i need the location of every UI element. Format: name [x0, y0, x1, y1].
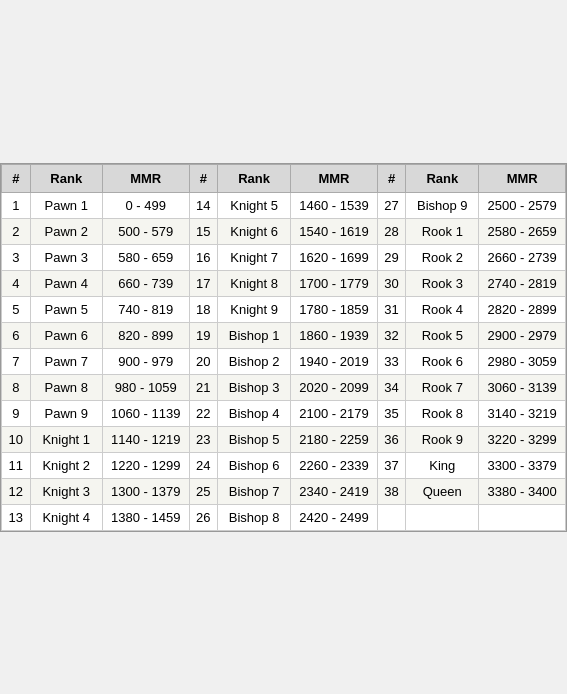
cell-mmr-col1: 740 - 819	[102, 296, 189, 322]
cell-mmr-col1: 1220 - 1299	[102, 452, 189, 478]
cell-mmr-col3: 2740 - 2819	[479, 270, 566, 296]
cell-mmr-col2: 1780 - 1859	[291, 296, 378, 322]
cell-rank-col2: Knight 6	[218, 218, 291, 244]
cell-mmr-col3: 3220 - 3299	[479, 426, 566, 452]
cell-rank-col2: Bishop 6	[218, 452, 291, 478]
cell-rank-col1: Pawn 4	[30, 270, 102, 296]
cell-num-col1: 8	[2, 374, 31, 400]
cell-mmr-col2: 2420 - 2499	[291, 504, 378, 530]
cell-rank-col3: Rook 1	[406, 218, 479, 244]
cell-num-col3: 30	[377, 270, 406, 296]
table-row: 2Pawn 2500 - 57915Knight 61540 - 161928R…	[2, 218, 566, 244]
rank-table: # Rank MMR # Rank MMR # Rank MMR 1Pawn 1…	[1, 164, 566, 531]
cell-num-col3: 28	[377, 218, 406, 244]
table-row: 1Pawn 10 - 49914Knight 51460 - 153927Bis…	[2, 192, 566, 218]
cell-mmr-col1: 1380 - 1459	[102, 504, 189, 530]
cell-num-col1: 4	[2, 270, 31, 296]
header-col2-num: #	[189, 164, 218, 192]
cell-num-col1: 11	[2, 452, 31, 478]
header-row: # Rank MMR # Rank MMR # Rank MMR	[2, 164, 566, 192]
cell-mmr-col3: 3380 - 3400	[479, 478, 566, 504]
table-row: 11Knight 21220 - 129924Bishop 62260 - 23…	[2, 452, 566, 478]
cell-num-col3: 31	[377, 296, 406, 322]
table-row: 7Pawn 7900 - 97920Bishop 21940 - 201933R…	[2, 348, 566, 374]
cell-rank-col2: Knight 9	[218, 296, 291, 322]
cell-num-col1: 10	[2, 426, 31, 452]
cell-rank-col2: Bishop 8	[218, 504, 291, 530]
cell-num-col2: 26	[189, 504, 218, 530]
table-row: 5Pawn 5740 - 81918Knight 91780 - 185931R…	[2, 296, 566, 322]
cell-mmr-col3: 3140 - 3219	[479, 400, 566, 426]
cell-mmr-col2: 2100 - 2179	[291, 400, 378, 426]
table-row: 8Pawn 8980 - 105921Bishop 32020 - 209934…	[2, 374, 566, 400]
cell-mmr-col2: 1620 - 1699	[291, 244, 378, 270]
cell-rank-col1: Pawn 1	[30, 192, 102, 218]
cell-num-col3	[377, 504, 406, 530]
header-col2-mmr: MMR	[291, 164, 378, 192]
cell-num-col2: 18	[189, 296, 218, 322]
cell-num-col2: 19	[189, 322, 218, 348]
cell-rank-col3	[406, 504, 479, 530]
table-row: 9Pawn 91060 - 113922Bishop 42100 - 21793…	[2, 400, 566, 426]
cell-rank-col2: Bishop 5	[218, 426, 291, 452]
table-row: 13Knight 41380 - 145926Bishop 82420 - 24…	[2, 504, 566, 530]
cell-num-col3: 33	[377, 348, 406, 374]
cell-num-col2: 15	[189, 218, 218, 244]
cell-num-col3: 36	[377, 426, 406, 452]
cell-rank-col3: Rook 4	[406, 296, 479, 322]
cell-rank-col1: Pawn 3	[30, 244, 102, 270]
cell-rank-col3: Rook 3	[406, 270, 479, 296]
cell-num-col1: 12	[2, 478, 31, 504]
cell-rank-col1: Pawn 6	[30, 322, 102, 348]
cell-rank-col2: Bishop 7	[218, 478, 291, 504]
cell-mmr-col1: 980 - 1059	[102, 374, 189, 400]
cell-rank-col3: Rook 5	[406, 322, 479, 348]
cell-mmr-col1: 1140 - 1219	[102, 426, 189, 452]
cell-mmr-col1: 500 - 579	[102, 218, 189, 244]
cell-rank-col3: Rook 2	[406, 244, 479, 270]
cell-mmr-col2: 2020 - 2099	[291, 374, 378, 400]
table-row: 4Pawn 4660 - 73917Knight 81700 - 177930R…	[2, 270, 566, 296]
cell-num-col1: 3	[2, 244, 31, 270]
cell-num-col3: 34	[377, 374, 406, 400]
cell-mmr-col2: 1460 - 1539	[291, 192, 378, 218]
cell-mmr-col3: 2900 - 2979	[479, 322, 566, 348]
cell-mmr-col2: 1860 - 1939	[291, 322, 378, 348]
cell-num-col1: 7	[2, 348, 31, 374]
cell-num-col1: 13	[2, 504, 31, 530]
cell-num-col2: 22	[189, 400, 218, 426]
header-col3-rank: Rank	[406, 164, 479, 192]
cell-rank-col3: King	[406, 452, 479, 478]
cell-rank-col2: Bishop 2	[218, 348, 291, 374]
cell-mmr-col3: 2660 - 2739	[479, 244, 566, 270]
cell-rank-col3: Rook 8	[406, 400, 479, 426]
table-body: 1Pawn 10 - 49914Knight 51460 - 153927Bis…	[2, 192, 566, 530]
cell-num-col3: 29	[377, 244, 406, 270]
cell-mmr-col3: 2500 - 2579	[479, 192, 566, 218]
cell-num-col2: 23	[189, 426, 218, 452]
header-col1-num: #	[2, 164, 31, 192]
table-row: 3Pawn 3580 - 65916Knight 71620 - 169929R…	[2, 244, 566, 270]
cell-rank-col2: Bishop 1	[218, 322, 291, 348]
header-col2-rank: Rank	[218, 164, 291, 192]
table-row: 6Pawn 6820 - 89919Bishop 11860 - 193932R…	[2, 322, 566, 348]
cell-mmr-col3	[479, 504, 566, 530]
cell-rank-col1: Knight 2	[30, 452, 102, 478]
cell-rank-col1: Knight 4	[30, 504, 102, 530]
cell-rank-col2: Knight 5	[218, 192, 291, 218]
cell-mmr-col3: 3060 - 3139	[479, 374, 566, 400]
cell-num-col1: 2	[2, 218, 31, 244]
table-row: 12Knight 31300 - 137925Bishop 72340 - 24…	[2, 478, 566, 504]
cell-mmr-col2: 2260 - 2339	[291, 452, 378, 478]
cell-rank-col3: Rook 6	[406, 348, 479, 374]
cell-rank-col2: Knight 7	[218, 244, 291, 270]
cell-num-col2: 16	[189, 244, 218, 270]
cell-rank-col1: Pawn 7	[30, 348, 102, 374]
cell-num-col1: 9	[2, 400, 31, 426]
cell-rank-col1: Pawn 8	[30, 374, 102, 400]
cell-num-col2: 21	[189, 374, 218, 400]
cell-rank-col2: Bishop 4	[218, 400, 291, 426]
cell-num-col3: 38	[377, 478, 406, 504]
cell-rank-col2: Knight 8	[218, 270, 291, 296]
cell-num-col2: 14	[189, 192, 218, 218]
